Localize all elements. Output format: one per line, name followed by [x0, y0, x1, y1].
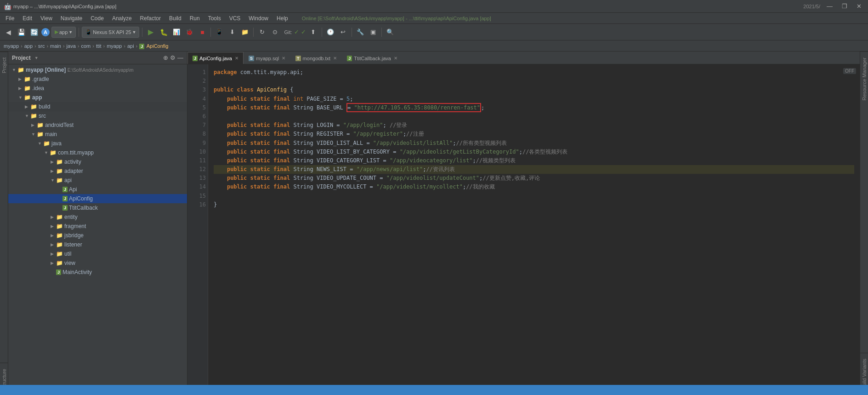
breadcrumb-item-myapp2[interactable]: myapp	[107, 43, 122, 49]
coverage-btn[interactable]: 🐞	[184, 27, 195, 38]
tree-item-package[interactable]: ▼ 📁 com.ttit.myapp	[8, 148, 187, 157]
maximize-button[interactable]: ❐	[839, 3, 850, 10]
project-vertical-tab[interactable]: Project	[0, 52, 8, 79]
tab-mongodb[interactable]: T mongodb.txt ✕	[290, 52, 342, 64]
tab-sql-close[interactable]: ✕	[282, 56, 285, 61]
tree-item-adapter[interactable]: ▶ 📁 adapter	[8, 166, 187, 176]
tree-item-gradle[interactable]: ▶ 📁 .gradle	[8, 74, 187, 84]
code-line-8: public static final String REGISTER = "/…	[214, 130, 854, 138]
project-scope-icon[interactable]: ⊕	[163, 54, 168, 61]
app-config-btn[interactable]: ▶ app ▼	[51, 27, 76, 38]
tab-ttitcallback[interactable]: J TtitCallback.java ✕	[342, 52, 403, 64]
tree-item-jsbridge[interactable]: ▶ 📁 jsbridge	[8, 231, 187, 240]
menu-navigate[interactable]: Navigate	[57, 14, 86, 23]
tree-root-label: myapp [Online] E:\Soft\Android\ASedu\mya…	[26, 67, 134, 73]
tree-item-root[interactable]: ▼ 📁 myapp [Online] E:\Soft\Android\ASedu…	[8, 65, 187, 74]
undo-btn[interactable]: ↩	[338, 27, 349, 38]
run-btn[interactable]: ▶	[145, 27, 156, 38]
tree-item-idea[interactable]: ▶ 📁 .idea	[8, 84, 187, 93]
breadcrumb-item-apiconfig[interactable]: J ApiConfig	[139, 43, 168, 49]
resource-manager-tab[interactable]: Resource Manager	[860, 52, 868, 106]
tree-item-api-java[interactable]: ▶ J Api	[8, 185, 187, 194]
status-bar	[0, 385, 868, 395]
main-layout: Project Structure Project ▼ ⊕ ⚙ — ▼ 📁 my…	[0, 52, 868, 395]
menu-run[interactable]: Run	[186, 14, 204, 23]
menu-refactor[interactable]: Refactor	[136, 14, 165, 23]
tree-item-mainactivity[interactable]: ▶ J MainActivity	[8, 268, 187, 277]
tree-item-listener[interactable]: ▶ 📁 listener	[8, 240, 187, 249]
history-btn[interactable]: 🕐	[325, 27, 336, 38]
debug-btn[interactable]: 🐛	[158, 27, 169, 38]
tree-item-build[interactable]: ▶ 📁 build	[8, 102, 187, 111]
toolbar-sep-7	[381, 28, 382, 37]
tree-app-arrow: ▼	[18, 95, 23, 100]
tree-item-entity[interactable]: ▶ 📁 entity	[8, 212, 187, 222]
menu-file[interactable]: File	[2, 14, 18, 23]
tree-item-java[interactable]: ▼ 📁 java	[8, 139, 187, 148]
git-update-btn[interactable]: ↻	[256, 27, 267, 38]
gradle-btn[interactable]: 🔧	[355, 27, 366, 38]
tree-idea-label: .idea	[32, 85, 44, 92]
tree-item-api[interactable]: ▼ 📁 api	[8, 176, 187, 185]
breadcrumb-item-com[interactable]: com	[81, 43, 91, 49]
profile-btn[interactable]: 📊	[171, 27, 182, 38]
breadcrumb-item-app[interactable]: app	[24, 43, 33, 49]
tab-ttit-close[interactable]: ✕	[394, 56, 397, 61]
tree-item-ttitcallback[interactable]: ▶ J TtitCallback	[8, 203, 187, 212]
breadcrumb-item-ttit[interactable]: ttit	[96, 43, 102, 49]
search-btn[interactable]: 🔍	[385, 27, 396, 38]
project-structure-btn[interactable]: 📁	[239, 27, 250, 38]
tree-item-view[interactable]: ▶ 📁 view	[8, 258, 187, 268]
code-content[interactable]: package com.ttit.myapp.api; public class…	[208, 64, 860, 385]
tree-item-src[interactable]: ▼ 📁 src	[8, 111, 187, 120]
code-editor[interactable]: OFF 1 2 3 4 5 6 7 8 9 10 11 12 13 14 15 …	[187, 64, 860, 385]
avd-btn[interactable]: 📱	[214, 27, 225, 38]
tab-myappsql[interactable]: S myapp.sql ✕	[244, 52, 290, 64]
tab-txt-icon: T	[295, 56, 301, 61]
git-commit-btn[interactable]: ⊙	[269, 27, 280, 38]
menu-edit[interactable]: Edit	[19, 14, 36, 23]
minimize-button[interactable]: —	[824, 3, 835, 10]
git-push-btn[interactable]: ⬆	[308, 27, 319, 38]
tree-item-activity[interactable]: ▶ 📁 activity	[8, 157, 187, 166]
breadcrumb-sep-9: ›	[136, 43, 138, 49]
menu-tools[interactable]: Tools	[204, 14, 225, 23]
project-cog-icon[interactable]: ⚙	[170, 54, 176, 61]
tree-item-util[interactable]: ▶ 📁 util	[8, 249, 187, 258]
menu-window[interactable]: Window	[245, 14, 272, 23]
tree-ttit-label: TtitCallback	[69, 205, 98, 211]
menu-code[interactable]: Code	[87, 14, 108, 23]
menu-vcs[interactable]: VCS	[226, 14, 244, 23]
menu-help[interactable]: Help	[273, 14, 292, 23]
stop-btn[interactable]: ■	[197, 27, 208, 38]
tree-item-main[interactable]: ▼ 📁 main	[8, 130, 187, 139]
menu-analyze[interactable]: Analyze	[108, 14, 136, 23]
tree-item-apiconfig[interactable]: ▶ J ApiConfig	[8, 194, 187, 203]
tree-src-arrow: ▼	[25, 114, 29, 118]
breadcrumb-item-main[interactable]: main	[50, 43, 61, 49]
toolbar-save-btn[interactable]: 💾	[16, 27, 27, 38]
breadcrumb-item-myapp[interactable]: myapp	[4, 43, 19, 49]
tab-apiconfig[interactable]: J ApiConfig.java ✕	[187, 52, 244, 64]
menu-build[interactable]: Build	[165, 14, 185, 23]
sdk-btn[interactable]: ⬇	[227, 27, 238, 38]
device-btn[interactable]: 📱 Nexus 5X API 25 ▼	[82, 27, 139, 38]
tab-mongodb-close[interactable]: ✕	[333, 56, 337, 61]
terminal-btn[interactable]: ▣	[368, 27, 379, 38]
tree-item-androidtest[interactable]: ▶ 📁 androidTest	[8, 120, 187, 130]
project-minimize-icon[interactable]: —	[177, 54, 183, 61]
device-dropdown-icon: ▼	[132, 30, 136, 34]
tree-item-fragment[interactable]: ▶ 📁 fragment	[8, 222, 187, 231]
tree-item-app[interactable]: ▼ 📁 app	[8, 93, 187, 102]
breadcrumb-item-src[interactable]: src	[38, 43, 45, 49]
tab-apiconfig-close[interactable]: ✕	[235, 56, 238, 61]
breadcrumb-item-api[interactable]: api	[127, 43, 134, 49]
project-panel-title: Project	[12, 55, 31, 61]
breadcrumb-item-java[interactable]: java	[67, 43, 76, 49]
tree-java-label: java	[51, 140, 62, 147]
toolbar-sync-btn[interactable]: 🔄	[28, 27, 40, 38]
menu-view[interactable]: View	[37, 14, 56, 23]
toolbar-back-btn[interactable]: ◀	[3, 27, 14, 38]
project-dropdown-icon[interactable]: ▼	[34, 56, 39, 60]
close-button[interactable]: ✕	[854, 3, 864, 10]
